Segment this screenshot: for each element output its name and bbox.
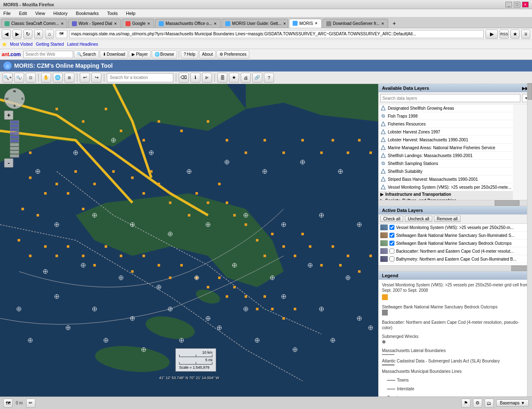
legend-scroll-thumb[interactable] xyxy=(527,84,532,100)
go-button[interactable]: ▶ xyxy=(485,30,498,39)
search-button[interactable]: 🔍 Search xyxy=(74,50,99,59)
zoom-level-2[interactable] xyxy=(10,124,19,128)
tab-close-icon[interactable]: ✕ xyxy=(214,22,217,26)
help-tool[interactable]: ? xyxy=(264,73,274,83)
ant-search-input[interactable] xyxy=(25,52,71,57)
map-info-icon[interactable]: 🗺 xyxy=(3,399,12,408)
layer-item[interactable]: Marine Managed Areas: National Marine Fi… xyxy=(379,144,513,152)
bookmark-list[interactable]: ≡ xyxy=(521,30,530,39)
database-tool[interactable]: 🗄 xyxy=(217,73,227,83)
zoom-level-8[interactable] xyxy=(10,147,19,150)
preferences-button[interactable]: ⚙ Preferences xyxy=(217,50,249,59)
zoom-level-10[interactable] xyxy=(10,154,19,158)
map-area[interactable]: N S W E + xyxy=(0,84,378,397)
layer-category-society[interactable]: ▶ Society, Culture, and Demographics... xyxy=(379,197,513,200)
layer-item[interactable]: Lobster Harvest: Massachusetts 1990-2001 xyxy=(379,136,513,144)
pan-tool[interactable]: ✋ xyxy=(41,73,51,83)
zoom-out-button[interactable]: - xyxy=(4,158,13,168)
layer-item[interactable]: Shellfish Suitability xyxy=(379,168,513,175)
layer-item[interactable]: Striped Bass Harvest: Massachusetts 1990… xyxy=(379,175,513,183)
menu-history[interactable]: History xyxy=(52,11,69,16)
menu-edit[interactable]: Edit xyxy=(17,11,29,16)
zoom-level-7[interactable] xyxy=(10,143,19,146)
active-layer-item[interactable]: Stellwagen Bank National Marine Sanctuar… xyxy=(379,239,532,247)
stop-button[interactable]: ✕ xyxy=(34,30,43,39)
menu-help[interactable]: Help xyxy=(124,11,137,16)
tab-google[interactable]: Google ✕ xyxy=(122,19,154,28)
info-tool[interactable]: ℹ xyxy=(190,73,200,83)
zoom-default-tool[interactable]: ⊡ xyxy=(26,73,36,83)
zoom-in-button[interactable]: + xyxy=(4,111,13,120)
layer-item[interactable]: Lobster Harvest Zones 1997 xyxy=(379,128,513,136)
browse-button[interactable]: 🌐 Browse xyxy=(152,50,177,59)
zoom-level-4[interactable] xyxy=(10,132,19,135)
bookmark-star[interactable]: ★ xyxy=(510,30,520,39)
nav-rose[interactable]: N S W E xyxy=(4,88,25,109)
north-button[interactable]: N xyxy=(13,89,16,93)
menu-view[interactable]: View xyxy=(34,11,47,16)
close-button[interactable]: ✕ xyxy=(522,2,529,7)
active-layer-item[interactable]: Backscatter: Northern and Eastern Cape C… xyxy=(379,247,532,255)
rss-button[interactable]: RSS xyxy=(500,30,509,39)
zoom-out-tool[interactable]: 🔍- xyxy=(14,73,24,83)
zoom-level-9[interactable] xyxy=(10,150,19,154)
address-bar[interactable] xyxy=(69,30,484,38)
back-history-tool[interactable]: ↩ xyxy=(80,73,90,83)
about-button[interactable]: About xyxy=(199,50,216,59)
layer-checkbox[interactable] xyxy=(389,256,394,261)
zoom-level-1[interactable] xyxy=(10,121,19,124)
bookmark-most-visited[interactable]: Most Visited xyxy=(10,42,32,47)
layers-hscrollbar[interactable] xyxy=(379,200,532,206)
tab-moris-active[interactable]: MORIS ✕ xyxy=(289,19,322,28)
globe-tool[interactable]: 🌐 xyxy=(53,73,63,83)
check-all-button[interactable]: Check all xyxy=(380,216,403,222)
tab-close-icon[interactable]: ✕ xyxy=(381,22,384,26)
zoom-in-tool[interactable]: 🔍+ xyxy=(2,73,12,83)
layer-item[interactable]: Shellfish Landings: Massachusetts 1990-2… xyxy=(379,152,513,160)
forward-button[interactable]: ▶ xyxy=(12,30,22,39)
tab-close-icon[interactable]: ✕ xyxy=(61,22,64,26)
maximize-button[interactable]: □ xyxy=(514,2,520,7)
bookmark-getting-started[interactable]: Getting Started xyxy=(36,42,64,47)
layer-checkbox[interactable] xyxy=(389,225,394,230)
bookmark-latest-headlines[interactable]: Latest Headlines xyxy=(67,42,99,47)
tab-close-icon[interactable]: ✕ xyxy=(283,22,286,26)
tab-download-geoserver[interactable]: Download GeoServer fr... ✕ xyxy=(323,19,388,28)
tab-close-icon[interactable]: ✕ xyxy=(315,21,318,25)
tab-moris-guide[interactable]: MORIS User Guide: Gett... ✕ xyxy=(222,19,288,28)
print-tool[interactable]: 🖨 xyxy=(241,73,251,83)
layer-search-input[interactable] xyxy=(380,94,520,102)
forward-history-tool[interactable]: ↪ xyxy=(91,73,101,83)
home-button[interactable]: ⌂ xyxy=(45,30,54,39)
ant-search-box[interactable] xyxy=(23,51,73,58)
help-button[interactable]: ? Help xyxy=(181,50,198,59)
menu-bookmarks[interactable]: Bookmarks xyxy=(74,11,101,16)
reload-button[interactable]: ↻ xyxy=(23,30,32,39)
active-layer-item[interactable]: Vessel Monitoring System (VMS): >25 vess… xyxy=(379,224,532,232)
pencil-icon[interactable]: ✏ xyxy=(26,399,35,408)
menu-tools[interactable]: Tools xyxy=(106,11,120,16)
download-button[interactable]: ⬇ Download xyxy=(100,50,128,59)
tab-close-icon[interactable]: ✕ xyxy=(114,22,117,26)
legend-vscrollbar[interactable] xyxy=(527,84,532,397)
layer-item[interactable]: Fish Traps 1998 xyxy=(379,112,513,120)
basemaps-button[interactable]: Basemaps ▼ xyxy=(496,399,529,407)
active-layer-item[interactable]: Stellwagen Bank National Marine Sanctuar… xyxy=(379,232,532,239)
layer-checkbox[interactable] xyxy=(389,233,394,238)
zoom-extent-tool[interactable]: ⊞ xyxy=(64,73,74,83)
layer-item[interactable]: Shellfish Sampling Stations xyxy=(379,160,513,168)
minimize-button[interactable]: _ xyxy=(505,2,512,7)
tab-close-icon[interactable]: ✕ xyxy=(147,22,150,26)
new-tab-button[interactable]: + xyxy=(389,19,400,28)
menu-file[interactable]: File xyxy=(2,11,12,16)
zoom-level-5[interactable] xyxy=(10,136,19,139)
tab-work-speeddial[interactable]: Work - Speed Dial ✕ xyxy=(68,19,121,28)
active-layer-item[interactable]: Bathymetry: Northern and Eastern Cape Co… xyxy=(379,255,532,263)
location-search-input[interactable] xyxy=(107,73,173,82)
layer-item[interactable]: Designated Shellfish Growing Areas xyxy=(379,104,513,112)
layer-checkbox[interactable] xyxy=(389,241,394,246)
back-button[interactable]: ◀ xyxy=(2,30,11,39)
layer-item[interactable]: Vessel Monitoring System (VMS): >25 vess… xyxy=(379,183,513,191)
tab-classic-seacraft[interactable]: Classic SeaCraft Comm... ✕ xyxy=(1,19,67,28)
layer-category-infra[interactable]: ▶ Infrastructure and Transportation xyxy=(379,191,513,197)
